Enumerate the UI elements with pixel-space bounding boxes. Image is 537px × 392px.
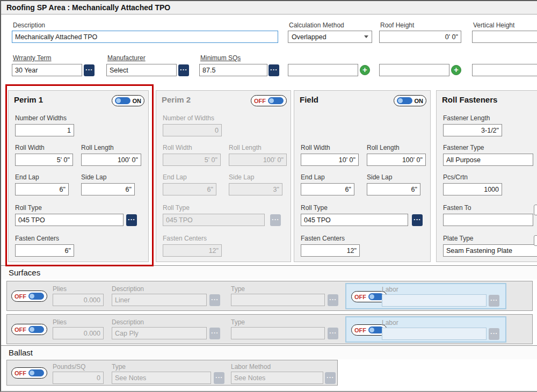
surface1-toggle-label: OFF bbox=[14, 293, 26, 300]
perim2-number-of-widths-input bbox=[163, 124, 222, 136]
field-roll-length-input[interactable] bbox=[367, 154, 426, 166]
perim2-roll-length-label: Roll Length bbox=[229, 144, 262, 151]
field-toggle-label: ON bbox=[415, 98, 424, 104]
fastener-length-input[interactable] bbox=[443, 124, 502, 136]
extra-input-3[interactable] bbox=[472, 64, 537, 76]
surface2-toggle[interactable]: OFF bbox=[11, 324, 47, 335]
field-fasten-centers-input[interactable] bbox=[301, 244, 360, 257]
field-roll-length-label: Roll Length bbox=[367, 144, 400, 151]
toggle-pill-icon bbox=[28, 326, 44, 333]
perim1-roll-length-label: Roll Length bbox=[81, 144, 114, 151]
surface2-type-label: Type bbox=[231, 318, 245, 326]
surface2-toggle-label: OFF bbox=[14, 326, 26, 333]
perim1-toggle[interactable]: ON bbox=[112, 95, 145, 106]
surface2-description-browse-button: ... bbox=[209, 328, 220, 339]
perim1-roll-length-input[interactable] bbox=[81, 154, 141, 166]
perim2-title: Perim 2 bbox=[162, 95, 191, 104]
minimum-sqs-label: Minimum SQs bbox=[200, 54, 241, 62]
manufacturer-browse-button[interactable]: ... bbox=[178, 64, 189, 76]
fasten-to-input[interactable] bbox=[443, 214, 533, 226]
fasten-to-browse-button[interactable] bbox=[534, 205, 537, 215]
perim2-number-of-widths-label: Number of Widths bbox=[163, 114, 214, 122]
warranty-term-label: Wrranty Term bbox=[13, 54, 52, 62]
ballast-pounds-sq-input bbox=[53, 372, 104, 384]
ballast-labor-method-browse-button: ... bbox=[325, 372, 336, 384]
panel-roll-fasteners: Roll Fasteners Fastener Length Fastener … bbox=[436, 90, 537, 262]
surface1-type-label: Type bbox=[231, 285, 245, 293]
perim1-roll-width-label: Roll Width bbox=[15, 144, 45, 151]
fastener-type-label: Fastener Type bbox=[443, 144, 484, 151]
perim1-end-lap-label: End Lap bbox=[15, 173, 39, 181]
roofing-sp-area-window: Roofing SP Area : Mechanically Attached … bbox=[0, 0, 537, 392]
perim1-number-of-widths-input[interactable] bbox=[15, 124, 74, 136]
ballast-type-browse-button: ... bbox=[214, 372, 224, 384]
page-title: Roofing SP Area : Mechanically Attached … bbox=[6, 3, 170, 12]
surface2-labor-toggle-label: OFF bbox=[354, 327, 366, 333]
manufacturer-input[interactable] bbox=[106, 64, 177, 76]
pcs-crtn-input[interactable] bbox=[443, 183, 502, 195]
ballast-row: OFF Pounds/SQ Type ... Labor Method ... bbox=[6, 360, 338, 386]
surface1-plies-label: Plies bbox=[53, 285, 67, 293]
warranty-term-input[interactable] bbox=[12, 64, 82, 76]
ballast-header-label: Ballast bbox=[9, 348, 33, 357]
surface2-labor-browse-button: ... bbox=[489, 328, 499, 340]
perim1-title: Perim 1 bbox=[14, 95, 43, 104]
toggle-pill-icon bbox=[28, 369, 44, 376]
roof-height-label: Roof Height bbox=[380, 21, 414, 29]
surface1-toggle[interactable]: OFF bbox=[11, 291, 47, 302]
field-roll-width-label: Roll Width bbox=[301, 144, 330, 151]
ballast-section-header: Ballast bbox=[1, 345, 537, 359]
ballast-type-label: Type bbox=[112, 363, 126, 371]
add-button-2[interactable]: + bbox=[451, 65, 461, 75]
perim2-fasten-centers-input bbox=[163, 244, 222, 257]
surface1-labor-browse-button: ... bbox=[489, 295, 499, 307]
perim1-fasten-centers-input[interactable] bbox=[15, 244, 74, 257]
perim1-roll-type-input[interactable] bbox=[15, 214, 124, 226]
title-bar: Roofing SP Area : Mechanically Attached … bbox=[1, 1, 537, 14]
vertical-height-input[interactable] bbox=[472, 31, 537, 43]
warranty-term-browse-button[interactable]: ... bbox=[84, 64, 95, 76]
perim1-roll-width-input[interactable] bbox=[15, 154, 73, 166]
perim1-side-lap-input[interactable] bbox=[81, 183, 135, 195]
field-end-lap-input[interactable] bbox=[301, 183, 354, 195]
panel-field: Field ON Roll Width Roll Length End Lap … bbox=[294, 90, 431, 262]
plate-type-label: Plate Type bbox=[443, 235, 473, 242]
add-button-1[interactable]: + bbox=[360, 65, 370, 75]
extra-input-1[interactable] bbox=[288, 64, 358, 76]
surface1-type-browse-button: ... bbox=[328, 294, 338, 306]
minimum-sqs-browse-button[interactable]: ... bbox=[268, 64, 279, 76]
field-fasten-centers-label: Fasten Centers bbox=[301, 235, 345, 242]
surface2-labor-group: OFF Labor ... bbox=[345, 316, 506, 343]
field-roll-type-label: Roll Type bbox=[301, 204, 328, 212]
field-roll-type-input[interactable] bbox=[301, 214, 408, 226]
perim2-roll-width-input bbox=[163, 154, 221, 166]
perim1-roll-type-browse-button[interactable]: ... bbox=[126, 214, 137, 226]
ballast-toggle[interactable]: OFF bbox=[11, 367, 47, 379]
field-roll-type-browse-button[interactable]: ... bbox=[412, 214, 423, 226]
fastener-type-input[interactable] bbox=[443, 154, 533, 166]
ballast-labor-method-label: Labor Method bbox=[231, 363, 271, 371]
perim2-end-lap-label: End Lap bbox=[163, 173, 187, 181]
perim1-end-lap-input[interactable] bbox=[15, 183, 69, 195]
panel-perim-1: Perim 1 ON Number of Widths Roll Width R… bbox=[8, 90, 149, 262]
description-input[interactable] bbox=[12, 31, 278, 43]
surfaces-section-header: Surfaces bbox=[1, 265, 537, 279]
surface1-description-label: Description bbox=[112, 285, 144, 293]
calculation-method-value: Overlapped bbox=[292, 33, 326, 41]
perim2-roll-type-browse-button: ... bbox=[270, 214, 281, 226]
surface1-labor-group: OFF Labor ... bbox=[345, 283, 506, 309]
field-roll-width-input[interactable] bbox=[301, 154, 359, 166]
ballast-pounds-sq-label: Pounds/SQ bbox=[53, 363, 85, 371]
roll-fasteners-title: Roll Fasteners bbox=[442, 95, 497, 104]
roof-height-input[interactable] bbox=[379, 31, 461, 43]
field-toggle[interactable]: ON bbox=[394, 95, 427, 106]
plate-type-input[interactable] bbox=[443, 244, 537, 257]
plate-type-browse-button[interactable] bbox=[534, 235, 537, 246]
ballast-type-input bbox=[112, 372, 211, 384]
calculation-method-select[interactable]: Overlapped bbox=[288, 31, 372, 43]
perim2-toggle[interactable]: OFF bbox=[251, 95, 287, 106]
extra-input-2[interactable] bbox=[379, 64, 449, 76]
surface2-labor-input bbox=[382, 328, 487, 340]
field-side-lap-input[interactable] bbox=[367, 183, 420, 195]
minimum-sqs-input[interactable] bbox=[199, 64, 267, 76]
